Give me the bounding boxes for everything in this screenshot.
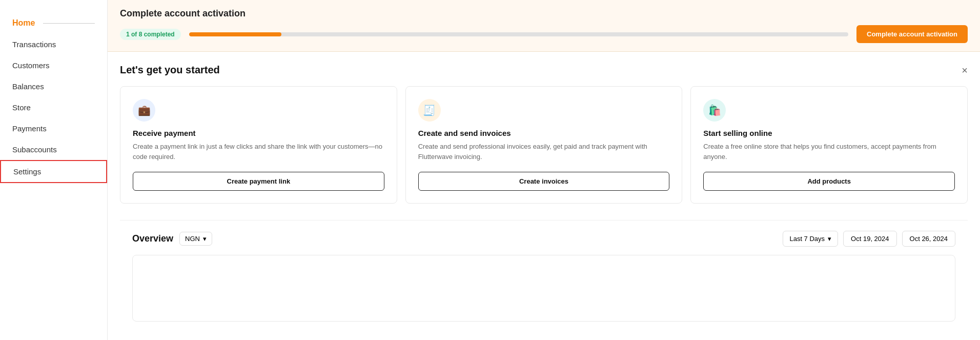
sidebar-item-customers[interactable]: Customers: [0, 55, 107, 76]
create-invoices-button[interactable]: Create invoices: [418, 172, 670, 191]
get-started-title: Let's get you started: [120, 64, 220, 76]
currency-label: NGN: [185, 235, 200, 243]
sidebar-balances-label: Balances: [12, 82, 44, 91]
currency-arrow: ▾: [203, 235, 207, 243]
sidebar-subaccounts-label: Subaccounts: [12, 145, 57, 154]
sidebar-transactions-label: Transactions: [12, 40, 56, 49]
completed-badge: 1 of 8 completed: [120, 29, 181, 40]
store-title: Start selling online: [703, 129, 955, 137]
main-content: Complete account activation 1 of 8 compl…: [108, 0, 980, 340]
receive-payment-desc: Create a payment link in just a few clic…: [133, 142, 384, 162]
date-start-button[interactable]: Oct 19, 2024: [843, 231, 896, 247]
invoices-icon: 🧾: [418, 99, 441, 122]
receive-payment-icon: 💼: [133, 99, 155, 122]
close-button[interactable]: ×: [962, 65, 968, 75]
activation-banner: Complete account activation 1 of 8 compl…: [108, 0, 980, 52]
store-icon: 🛍️: [703, 99, 726, 122]
cards-row: 💼 Receive payment Create a payment link …: [120, 86, 968, 204]
progress-bar-container: [189, 32, 848, 36]
sidebar-item-payments[interactable]: Payments: [0, 118, 107, 139]
sidebar-item-settings[interactable]: Settings: [0, 160, 107, 183]
overview-date-controls: Last 7 Days ▾ Oct 19, 2024 Oct 26, 2024: [783, 231, 955, 247]
activation-bar-row: 1 of 8 completed Complete account activa…: [120, 25, 968, 43]
sidebar-item-home[interactable]: Home: [0, 12, 107, 34]
sidebar: Home Transactions Customers Balances Sto…: [0, 0, 108, 340]
receive-payment-title: Receive payment: [133, 129, 384, 137]
overview-chart: [132, 255, 955, 322]
store-card: 🛍️ Start selling online Create a free on…: [690, 86, 968, 204]
store-desc: Create a free online store that helps yo…: [703, 142, 955, 162]
overview-section: Overview NGN ▾ Last 7 Days ▾ Oct 19, 202…: [120, 220, 968, 322]
sidebar-store-label: Store: [12, 103, 31, 112]
date-range-arrow: ▾: [828, 235, 831, 243]
overview-title: Overview: [132, 233, 173, 244]
currency-selector[interactable]: NGN ▾: [179, 232, 212, 246]
invoices-title: Create and send invoices: [418, 129, 670, 137]
create-payment-link-button[interactable]: Create payment link: [133, 172, 384, 191]
invoices-card: 🧾 Create and send invoices Create and se…: [405, 86, 683, 204]
date-end-button[interactable]: Oct 26, 2024: [902, 231, 955, 247]
receive-payment-card: 💼 Receive payment Create a payment link …: [120, 86, 397, 204]
sidebar-item-subaccounts[interactable]: Subaccounts: [0, 139, 107, 160]
invoices-desc: Create and send professional invoices ea…: [418, 142, 670, 162]
add-products-button[interactable]: Add products: [703, 172, 955, 191]
sidebar-customers-label: Customers: [12, 61, 50, 70]
date-range-label: Last 7 Days: [789, 235, 825, 243]
sidebar-item-transactions[interactable]: Transactions: [0, 34, 107, 55]
sidebar-home-label: Home: [12, 18, 35, 28]
activation-title: Complete account activation: [120, 8, 968, 19]
get-started-section: Let's get you started × 💼 Receive paymen…: [108, 52, 980, 322]
sidebar-item-store[interactable]: Store: [0, 97, 107, 118]
activate-button[interactable]: Complete account activation: [856, 25, 968, 43]
sidebar-payments-label: Payments: [12, 124, 47, 133]
date-range-button[interactable]: Last 7 Days ▾: [783, 231, 838, 247]
sidebar-item-balances[interactable]: Balances: [0, 76, 107, 97]
overview-header: Overview NGN ▾ Last 7 Days ▾ Oct 19, 202…: [132, 231, 955, 247]
sidebar-settings-label: Settings: [13, 167, 41, 176]
get-started-header: Let's get you started ×: [120, 64, 968, 76]
progress-bar-fill: [189, 32, 281, 36]
